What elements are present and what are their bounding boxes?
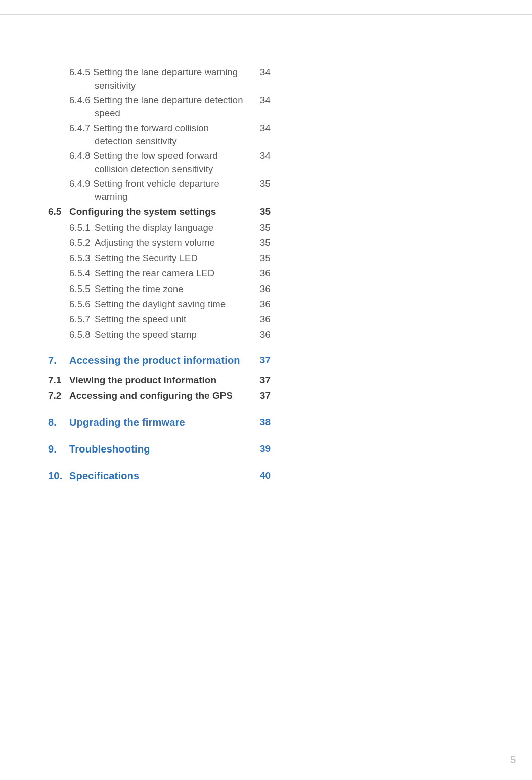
toc-chapter-num: 10.	[48, 469, 69, 483]
toc-sub-item: 6.5.1 Setting the display language 35	[48, 221, 271, 234]
toc-page-num: 37	[252, 374, 271, 387]
toc-sub-title: Setting the lane departure detection spe…	[93, 95, 243, 118]
toc-chapter-num: 9.	[48, 442, 69, 456]
toc-page-num: 35	[252, 236, 271, 250]
toc-sub-title: Setting the forward collision detection …	[93, 122, 209, 146]
toc-page-num: 40	[252, 469, 271, 482]
toc-sub-title: Setting the low speed forward collision …	[93, 150, 218, 174]
toc-section-num: 6.5	[48, 205, 69, 218]
toc-page-num: 34	[252, 149, 271, 162]
toc-page-num: 36	[252, 328, 271, 341]
table-of-contents: 6.4.5 Setting the lane departure warning…	[48, 66, 271, 483]
toc-sub-item: 6.5.3 Setting the Security LED 35	[48, 252, 271, 265]
toc-section-7-2: 7.2 Accessing and configuring the GPS 37	[48, 389, 271, 402]
toc-sub-num: 6.5.6	[69, 298, 95, 311]
toc-sub-num: 6.5.5	[69, 282, 95, 296]
toc-sub-title: Setting the speed stamp	[95, 328, 252, 341]
toc-chapter-title: Troubleshooting	[69, 442, 252, 456]
toc-sub-item: 6.5.5 Setting the time zone 36	[48, 282, 271, 296]
toc-chapter-num: 8.	[48, 416, 69, 429]
toc-sub-item: 6.5.7 Setting the speed unit 36	[48, 313, 271, 326]
toc-sub-num: 6.5.7	[69, 313, 95, 326]
toc-page-num: 36	[252, 298, 271, 311]
header-rule	[0, 14, 532, 15]
toc-chapter-10: 10. Specifications 40	[48, 469, 271, 483]
toc-sub-item: 6.4.7 Setting the forward collision dete…	[48, 121, 271, 147]
toc-sub-num: 6.4.6	[69, 95, 91, 105]
toc-chapter-title: Accessing the product information	[69, 354, 252, 367]
toc-page-num: 35	[252, 177, 271, 190]
page-number: 5	[510, 754, 516, 766]
spacer	[48, 432, 271, 442]
toc-sub-num: 6.4.5	[69, 67, 91, 77]
toc-group-6-5: 6.5.1 Setting the display language 35 6.…	[48, 221, 271, 342]
toc-page-num: 36	[252, 282, 271, 296]
toc-chapter-8: 8. Upgrading the firmware 38	[48, 416, 271, 429]
toc-sub-item: 6.5.6 Setting the daylight saving time 3…	[48, 298, 271, 311]
toc-section-title: Viewing the product information	[69, 374, 252, 387]
toc-sub-num: 6.4.9	[69, 178, 91, 189]
toc-page-num: 34	[252, 66, 271, 79]
toc-page-num: 35	[252, 205, 271, 218]
toc-sub-item: 6.4.6 Setting the lane departure detecti…	[48, 94, 271, 119]
toc-sub-item: 6.5.8 Setting the speed stamp 36	[48, 328, 271, 341]
document-page: 6.4.5 Setting the lane departure warning…	[0, 0, 532, 780]
toc-section-num: 7.1	[48, 374, 69, 387]
toc-section-num: 7.2	[48, 389, 69, 402]
toc-section-title: Configuring the system settings	[69, 205, 252, 218]
toc-section-6-5: 6.5 Configuring the system settings 35	[48, 205, 271, 218]
toc-sub-title: Setting the time zone	[95, 282, 252, 296]
toc-sub-num: 6.5.3	[69, 252, 95, 265]
toc-sub-item: 6.5.2 Adjusting the system volume 35	[48, 236, 271, 250]
toc-page-num: 39	[252, 442, 271, 456]
toc-sub-item: 6.4.8 Setting the low speed forward coll…	[48, 149, 271, 175]
toc-section-title: Accessing and configuring the GPS	[69, 389, 252, 402]
toc-page-num: 36	[252, 267, 271, 280]
toc-sub-title: Setting the speed unit	[95, 313, 252, 326]
toc-sub-num: 6.5.1	[69, 221, 95, 234]
toc-page-num: 34	[252, 121, 271, 135]
toc-page-num: 34	[252, 94, 271, 107]
toc-chapter-7: 7. Accessing the product information 37	[48, 354, 271, 367]
spacer	[48, 344, 271, 354]
toc-sub-num: 6.5.8	[69, 328, 95, 341]
toc-page-num: 38	[252, 416, 271, 429]
toc-sub-title: Setting the daylight saving time	[95, 298, 252, 311]
toc-sub-item: 6.4.5 Setting the lane departure warning…	[48, 66, 271, 92]
toc-sub-title: Setting front vehicle departure warning	[93, 178, 219, 202]
toc-sub-num: 6.5.4	[69, 267, 95, 280]
toc-sub-title: Setting the rear camera LED	[95, 267, 252, 280]
toc-chapter-num: 7.	[48, 354, 69, 367]
toc-sub-title: Setting the Security LED	[95, 252, 252, 265]
toc-chapter-title: Upgrading the firmware	[69, 416, 252, 429]
toc-section-7-1: 7.1 Viewing the product information 37	[48, 374, 271, 387]
toc-chapter-title: Specifications	[69, 469, 252, 483]
spacer	[48, 459, 271, 469]
toc-sub-title: Setting the lane departure warning sensi…	[93, 67, 238, 91]
toc-page-num: 35	[252, 252, 271, 265]
toc-chapter-9: 9. Troubleshooting 39	[48, 442, 271, 456]
toc-sub-num: 6.5.2	[69, 236, 95, 250]
toc-sub-num: 6.4.8	[69, 150, 91, 161]
toc-page-num: 35	[252, 221, 271, 234]
toc-sub-title: Adjusting the system volume	[95, 236, 252, 250]
toc-page-num: 36	[252, 313, 271, 326]
toc-sub-num: 6.4.7	[69, 122, 91, 133]
toc-sub-item: 6.4.9 Setting front vehicle departure wa…	[48, 177, 271, 203]
toc-page-num: 37	[252, 354, 271, 367]
toc-group-6-4: 6.4.5 Setting the lane departure warning…	[48, 66, 271, 203]
toc-sub-title: Setting the display language	[95, 221, 252, 234]
toc-sub-item: 6.5.4 Setting the rear camera LED 36	[48, 267, 271, 280]
spacer	[48, 405, 271, 416]
toc-page-num: 37	[252, 389, 271, 402]
